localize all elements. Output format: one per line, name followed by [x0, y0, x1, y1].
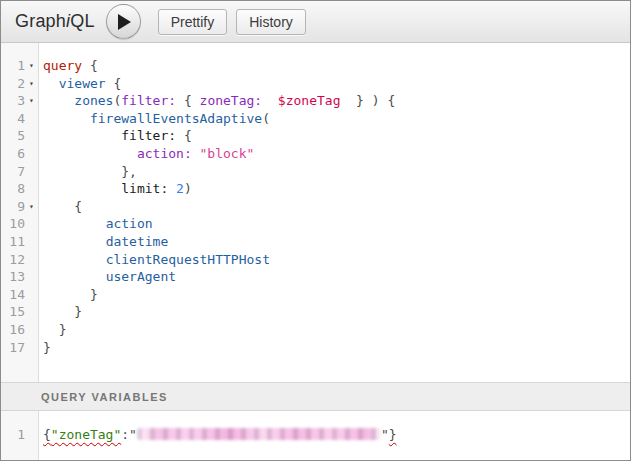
redacted-value	[137, 428, 381, 440]
fold-arrow-icon[interactable]: ▾	[25, 57, 38, 75]
code-token: $zoneTag	[278, 93, 341, 108]
fold-spacer	[25, 145, 38, 163]
code-token: {	[184, 128, 192, 143]
line-number: 8	[1, 180, 25, 198]
gutter-row: 1▾	[1, 57, 38, 75]
code-line: }	[43, 339, 630, 357]
code-token: } ) {	[340, 93, 395, 108]
code-token	[192, 146, 200, 161]
fold-spacer	[25, 286, 38, 304]
code-token: }	[74, 304, 82, 319]
query-editor-code[interactable]: query { viewer { zones(filter: { zoneTag…	[39, 43, 630, 382]
code-token	[168, 181, 176, 196]
history-button[interactable]: History	[236, 9, 306, 35]
code-token: {	[176, 93, 199, 108]
code-token	[43, 181, 121, 196]
variables-editor[interactable]: 1 {"zoneTag":""}	[1, 411, 630, 460]
code-token	[43, 199, 74, 214]
gutter-row: 17	[1, 339, 38, 357]
gutter-row: 11	[1, 233, 38, 251]
line-number: 1	[1, 426, 25, 444]
code-line: filter: {	[43, 127, 630, 145]
line-number: 17	[1, 339, 25, 357]
fold-spacer	[25, 127, 38, 145]
code-line: action	[43, 215, 630, 233]
code-token: }	[59, 322, 67, 337]
line-number: 14	[1, 286, 25, 304]
line-number: 6	[1, 145, 25, 163]
gutter-row: 5	[1, 127, 38, 145]
code-line: firewallEventsAdaptive(	[43, 110, 630, 128]
gutter-row: 16	[1, 321, 38, 339]
fold-arrow-icon[interactable]: ▾	[25, 92, 38, 110]
prettify-button[interactable]: Prettify	[158, 9, 228, 35]
code-token: }	[90, 287, 98, 302]
code-token: }	[43, 340, 51, 355]
code-token	[43, 146, 137, 161]
code-token	[43, 269, 106, 284]
code-token	[43, 111, 90, 126]
line-number: 1	[1, 57, 25, 75]
fold-arrow-icon[interactable]: ▾	[25, 198, 38, 216]
fold-spacer	[25, 303, 38, 321]
toolbar: GraphiQL Prettify History	[1, 1, 630, 43]
code-token: filter:	[121, 93, 176, 108]
code-line: zones(filter: { zoneTag: $zoneTag } ) {	[43, 92, 630, 110]
code-token	[43, 216, 106, 231]
code-token	[43, 128, 121, 143]
graphiql-window: GraphiQL Prettify History 1▾2▾3▾456789▾1…	[0, 0, 631, 461]
logo-text-ql: QL	[70, 11, 94, 31]
fold-spacer	[25, 339, 38, 357]
code-line: action: "block"	[43, 145, 630, 163]
execute-query-button[interactable]	[106, 4, 141, 39]
code-token: action:	[137, 146, 192, 161]
code-token: }	[389, 427, 397, 442]
logo-text-graph: Graph	[15, 11, 66, 31]
gutter-row: 7	[1, 163, 38, 181]
query-variables-title: QUERY VARIABLES	[41, 391, 168, 403]
gutter-row: 12	[1, 251, 38, 269]
code-line: clientRequestHTTPHost	[43, 251, 630, 269]
code-token: {	[106, 76, 122, 91]
code-token: },	[121, 164, 137, 179]
gutter-row: 6	[1, 145, 38, 163]
code-token: "zoneTag"	[51, 427, 121, 442]
gutter-row: 14	[1, 286, 38, 304]
code-token: {	[82, 58, 98, 73]
fold-spacer	[25, 251, 38, 269]
line-number: 13	[1, 268, 25, 286]
line-number: 3	[1, 92, 25, 110]
line-number: 5	[1, 127, 25, 145]
code-line: viewer {	[43, 75, 630, 93]
fold-spacer	[25, 215, 38, 233]
variables-editor-code[interactable]: {"zoneTag":""}	[39, 411, 630, 460]
gutter-row: 15	[1, 303, 38, 321]
code-token	[43, 76, 59, 91]
code-token: zones	[74, 93, 113, 108]
line-number: 11	[1, 233, 25, 251]
line-number: 7	[1, 163, 25, 181]
code-line: }	[43, 321, 630, 339]
fold-spacer	[25, 233, 38, 251]
code-token: filter:	[121, 128, 176, 143]
query-editor[interactable]: 1▾2▾3▾456789▾1011121314151617 query { vi…	[1, 43, 630, 382]
code-token: :	[121, 427, 129, 442]
code-line: userAgent	[43, 268, 630, 286]
code-token	[176, 128, 184, 143]
query-variables-header[interactable]: QUERY VARIABLES	[1, 382, 630, 411]
code-token: "	[129, 427, 137, 442]
code-token	[43, 234, 106, 249]
code-token: userAgent	[106, 269, 176, 284]
code-line: {"zoneTag":""}	[43, 426, 630, 444]
graphiql-logo: GraphiQL	[15, 11, 95, 32]
fold-spacer	[25, 426, 38, 444]
line-number: 9	[1, 198, 25, 216]
code-line: query {	[43, 57, 630, 75]
code-line: datetime	[43, 233, 630, 251]
code-token: clientRequestHTTPHost	[106, 252, 270, 267]
code-line: },	[43, 163, 630, 181]
code-token: action	[106, 216, 153, 231]
fold-arrow-icon[interactable]: ▾	[25, 75, 38, 93]
variables-editor-gutter: 1	[1, 411, 39, 460]
fold-spacer	[25, 268, 38, 286]
